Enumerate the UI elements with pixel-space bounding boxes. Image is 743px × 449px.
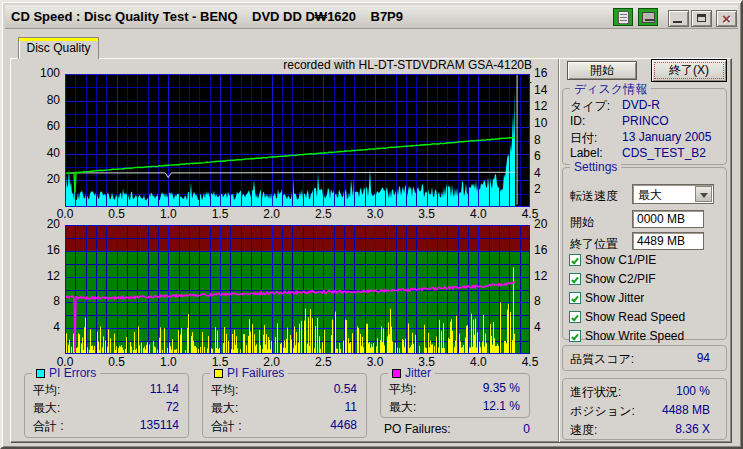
axis-tick-label: 20 [34,173,60,186]
total-value: 4468 [330,418,357,432]
axis-tick-label: 0.5 [100,208,134,221]
pi-errors-swatch [36,369,45,378]
restore-button[interactable] [691,10,712,27]
axis-tick-label: 8 [534,134,541,147]
checkbox-icon [569,330,581,342]
checkbox-show-c2-pif[interactable]: Show C2/PIF [569,272,727,287]
axis-tick-label: 4.5 [513,356,547,369]
speed-label: 速度: [570,422,597,439]
axis-tick-label: 2.5 [306,356,340,369]
axis-tick-label: 100 [34,67,60,80]
pi-failures-jitter-chart [65,225,530,354]
max-value: 12.1 % [483,399,520,413]
axis-tick-label: 14 [534,84,547,97]
axis-tick-label: 3.5 [410,208,444,221]
speed-value: 8.36 X [602,422,710,436]
tab-disc-quality[interactable]: Disc Quality [18,37,99,59]
transfer-rate-select[interactable]: 最大 [632,184,714,204]
total-label: 合計 : [211,418,242,435]
axis-tick-label: 16 [534,244,547,257]
checkbox-show-write-speed[interactable]: Show Write Speed [569,329,727,344]
drive-icon-slot [642,12,655,23]
axis-tick-label: 2 [534,183,541,196]
end-pos-field[interactable]: 4489 MB [632,232,704,250]
end-pos-label: 終了位置 [570,236,618,253]
avg-value: 0.54 [334,382,357,396]
axis-tick-label: 10 [534,117,547,130]
report-icon[interactable] [613,8,633,26]
disc-type-value: DVD-R [622,98,660,112]
disc-id-label: ID: [570,114,585,128]
po-failures-row: PO Failures: 0 [384,422,530,438]
window-title: CD Speed : Disc Quality Test - BENQ DVD … [11,9,403,24]
total-value: 135114 [140,418,179,432]
report-icon-page [618,11,629,24]
pi-failures-title: PI Failures [227,366,284,380]
start-button[interactable]: 開始 [567,61,637,80]
app-window: CD Speed : Disc Quality Test - BENQ DVD … [0,0,743,449]
checkbox-icon [569,254,581,266]
restore-icon [697,14,706,22]
close-icon: × [717,11,736,26]
pi-errors-chart [65,74,530,207]
checkbox-show-jitter[interactable]: Show Jitter [569,291,727,306]
axis-tick-label: 16 [34,244,60,257]
exit-button[interactable]: 終了(X) [651,59,727,82]
axis-tick-label: 2.5 [306,208,340,221]
jitter-stats-box: Jitter 平均:9.35 % 最大:12.1 % [380,373,530,418]
disc-label-label: Label: [570,146,603,160]
settings-caption: Settings [570,160,621,174]
checkbox-icon [569,292,581,304]
axis-tick-label: 12 [534,270,547,283]
axis-tick-label: 4 [534,167,541,180]
close-button[interactable]: × [716,10,737,27]
axis-tick-label: 20 [34,218,60,231]
axis-tick-label: 16 [534,67,547,80]
axis-tick-label: 4 [34,321,60,334]
chevron-down-icon[interactable] [695,186,712,202]
axis-tick-label: 4.0 [461,356,495,369]
checkbox-show-c1-pie[interactable]: Show C1/PIE [569,253,727,268]
start-pos-field[interactable]: 0000 MB [632,210,704,228]
jitter-title: Jitter [405,366,431,380]
minimize-button[interactable] [668,10,689,27]
axis-tick-label: 4 [534,321,541,334]
avg-value: 11.14 [150,382,179,396]
axis-tick-label: 12 [34,270,60,283]
pi-errors-title: PI Errors [49,366,96,380]
disc-date-value: 13 January 2005 [622,130,711,144]
pi-errors-stats-box: PI Errors 平均:11.14 最大:72 合計 :135114 [24,373,189,438]
axis-tick-label: 20 [534,218,547,231]
max-value: 11 [345,400,357,414]
total-label: 合計 : [33,418,64,435]
avg-label: 平均: [211,382,238,399]
checkbox-show-read-speed[interactable]: Show Read Speed [569,310,727,325]
disc-type-label: タイプ: [570,98,610,115]
max-label: 最大: [33,400,60,417]
checkbox-icon [569,311,581,323]
title-bar[interactable]: CD Speed : Disc Quality Test - BENQ DVD … [5,5,738,29]
axis-tick-label: 4.0 [461,208,495,221]
axis-tick-label: 1.0 [151,208,185,221]
axis-tick-label: 80 [34,94,60,107]
disc-date-label: 日付: [570,130,597,147]
po-failures-value: 0 [523,422,530,436]
axis-tick-label: 0.5 [100,356,134,369]
axis-tick-label: 60 [34,120,60,133]
po-failures-label: PO Failures: [384,422,451,436]
panel-separator [558,59,560,442]
active-tab-highlight [19,38,98,41]
position-value: 4488 MB [602,403,710,417]
axis-tick-label: 3.0 [358,356,392,369]
quality-score-value: 94 [602,351,710,365]
axis-tick-label: 8 [534,295,541,308]
avg-label: 平均: [33,382,60,399]
drive-icon[interactable] [638,8,658,26]
disc-info-caption: ディスク情報 [570,81,651,98]
axis-tick-label: 12 [534,100,547,113]
max-label: 最大: [389,399,416,416]
jitter-swatch [392,369,401,378]
avg-label: 平均: [389,381,416,398]
minimize-icon [673,21,682,23]
max-label: 最大: [211,400,238,417]
